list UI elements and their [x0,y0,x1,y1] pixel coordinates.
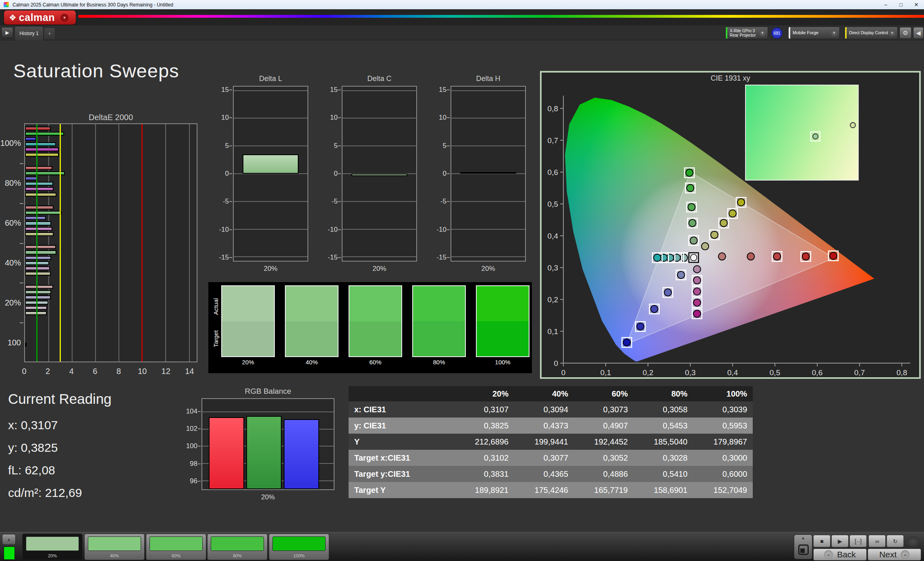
axis-tick [338,117,341,118]
chevron-down-icon: ▼ [60,14,69,22]
gridline [451,229,525,230]
column-header: 80% [633,389,693,399]
pattern-button-60%[interactable]: 60% [146,534,206,560]
swatch-box [349,285,402,357]
gridline [451,90,525,91]
axis-tick [338,257,341,258]
gridline [343,118,416,118]
column-header: 40% [514,389,574,399]
chevron-down-icon: ▼ [831,30,837,36]
chevron-down-icon: ▼ [759,30,766,36]
axis-label: 10 [138,367,147,376]
meter-count-badge[interactable]: 691 [771,27,783,39]
axis-tick [229,117,232,118]
row-label: Target x:CIE31 [349,453,455,463]
bar [25,132,64,136]
svg-text:0,8: 0,8 [548,104,558,113]
svg-text:0,8: 0,8 [897,368,907,377]
tab-history-1[interactable]: History 1 [15,26,44,40]
axis-tick [447,229,450,230]
measured-point-magenta [694,299,701,306]
plot [233,86,308,262]
pattern-button-40%[interactable]: 40% [84,534,145,560]
axis-label: 5 [225,142,229,150]
table-cell: 199,9441 [514,437,574,447]
pattern-bar: ▲ 20%40%60%80%100% ▲ ■▶[··]∞↻ « Back Nex… [0,532,924,561]
close-icon[interactable]: ✕ [909,0,924,9]
continuous-icon[interactable]: ∞ [868,535,886,547]
measured-point-cyan [673,254,680,262]
pattern-options-button[interactable]: ▲ [2,534,16,545]
current-pattern-swatch[interactable] [4,546,15,560]
display-control-dropdown[interactable]: Direct Display Control ▼ [845,27,898,39]
bar [25,148,59,152]
add-tab-button[interactable]: + [44,28,55,39]
gridline [202,411,334,412]
sidebar-expand-button[interactable]: ▶ [1,27,13,38]
deltae-x-axis: 02468101214 [24,365,197,376]
cie-1931-panel: CIE 1931 xy 00,10,20,30,40,50,60,70,800,… [540,71,921,379]
axis-tick [338,145,341,146]
stop-icon[interactable]: ■ [813,535,831,547]
calman-menu-button[interactable]: ❖ calman ▼ [4,10,76,25]
delta-h-chart: Delta H151050-5-10-1520% [430,75,527,276]
collapse-panel-icon[interactable]: ◀ [913,27,924,39]
svg-text:0,4: 0,4 [548,232,559,240]
measure-icon[interactable]: [··] [849,535,867,547]
axis-label: -10 [436,226,446,234]
meter-dropdown[interactable]: X-Rite i1Pro 3 Rear Projector ▼ [725,27,768,39]
measured-point-yellow [720,219,727,226]
spectrum-strip [78,15,924,18]
meter-mode: Rear Projector [730,33,756,37]
loop-icon[interactable]: ↻ [887,535,904,547]
measured-point-yellow [711,231,718,239]
cie-zoom-inset [745,85,859,181]
chart-title: CIE 1931 xy [542,74,919,83]
source-dropdown[interactable]: Mobile Forge ▼ [788,27,840,39]
maximize-icon[interactable]: □ [893,0,909,9]
axis-label: 96 [190,477,197,485]
axis-label: 10 [330,114,338,122]
display-control-status-edge [845,27,847,39]
next-button[interactable]: Next » [868,549,921,561]
bar [25,142,56,146]
source-status-edge [789,27,790,39]
axis-tick [229,145,232,146]
axis-tick [20,322,23,323]
minimize-icon[interactable]: – [878,0,893,9]
svg-text:0,3: 0,3 [685,368,696,377]
bar [25,311,47,315]
row-label: Y [349,437,455,447]
table-cell: 0,3825 [455,421,514,430]
axis-label: 5 [334,142,338,150]
table-cell: 0,3102 [455,453,514,463]
table-cell: 179,8967 [693,437,753,447]
pattern-swatch [88,536,141,551]
tab-bar: ▶ History 1 + X-Rite i1Pro 3 Rear Projec… [0,25,924,40]
play-icon[interactable]: ▶ [831,535,849,547]
pattern-button-20%[interactable]: 20% [22,534,83,560]
back-button[interactable]: « Back [813,549,867,561]
bar [243,154,299,174]
pattern-button-80%[interactable]: 80% [207,534,268,560]
pattern-label: 100% [269,553,329,558]
measured-point-yellow [737,199,745,206]
axis-label: 0 [443,170,446,178]
axis-label: 40% [5,258,21,267]
column-header: 60% [574,389,633,399]
x-axis-label: 20% [233,265,308,273]
window-pattern-button[interactable]: ▲ [794,534,812,559]
pattern-button-100%[interactable]: 100% [269,534,329,560]
axis-tick [198,446,201,447]
next-label: Next [879,550,897,559]
axis-tick [229,173,232,174]
axis-tick [229,229,232,230]
y-axis: 151050-5-10-15 [430,86,450,262]
axis-label: 100 [8,338,21,347]
svg-text:0,4: 0,4 [727,368,738,377]
table-cell: 158,6901 [633,486,693,495]
svg-text:0,5: 0,5 [548,200,558,208]
gear-icon[interactable]: ⚙ [899,27,912,39]
swatch-step: 40% [285,285,338,366]
back-icon: « [824,550,833,559]
